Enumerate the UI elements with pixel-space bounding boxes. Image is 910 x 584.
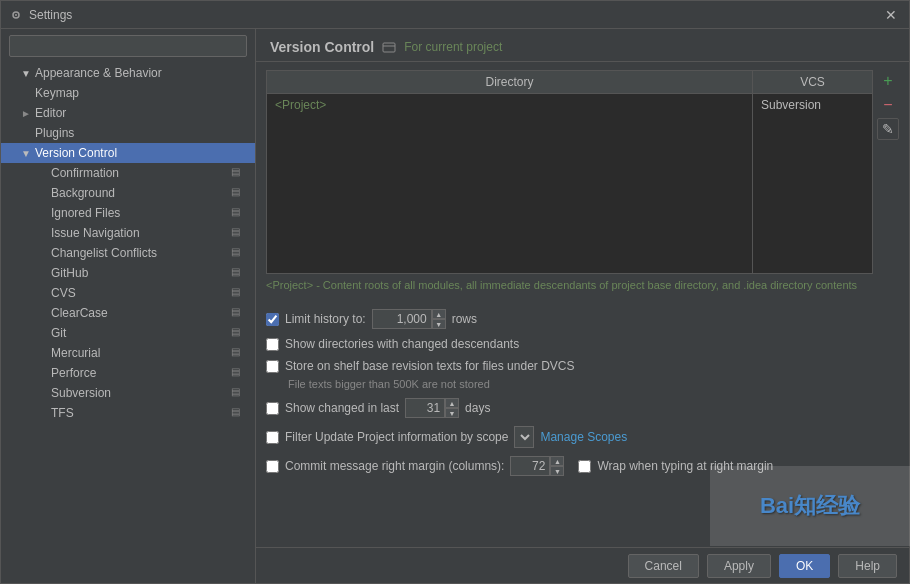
directory-cell: <Project>	[267, 94, 753, 274]
help-button[interactable]: Help	[838, 554, 897, 578]
svg-rect-2	[383, 43, 395, 52]
vcs-cell: Subversion	[753, 94, 873, 274]
svg-point-1	[15, 14, 17, 16]
arrow-icon	[37, 308, 49, 319]
apply-button[interactable]: Apply	[707, 554, 771, 578]
settings-section: Limit history to: ▲ ▼ rows	[256, 301, 909, 484]
vcs-description: <Project> - Content roots of all modules…	[266, 278, 899, 293]
show-changed-checkbox[interactable]	[266, 402, 279, 415]
arrow-icon: ►	[21, 108, 33, 119]
project-icon	[382, 40, 396, 54]
spinner-up-3[interactable]: ▲	[550, 456, 564, 466]
main-panel: Version Control For current project Dire…	[256, 29, 909, 583]
spinner-buttons-3: ▲ ▼	[550, 456, 564, 476]
sidebar-item-perforce[interactable]: Perforce ▤	[1, 363, 255, 383]
store-shelf-label: Store on shelf base revision texts for f…	[285, 359, 574, 373]
panel-header: Version Control For current project	[256, 29, 909, 62]
commit-margin-input-group: ▲ ▼	[510, 456, 564, 476]
filter-update-label: Filter Update Project information by sco…	[285, 430, 508, 444]
main-content: ▼ Appearance & Behavior Keymap ► Editor …	[1, 29, 909, 583]
show-directories-row: Show directories with changed descendant…	[266, 333, 899, 355]
arrow-icon: ▼	[21, 148, 33, 159]
sidebar-item-subversion[interactable]: Subversion ▤	[1, 383, 255, 403]
sidebar-item-appearance[interactable]: ▼ Appearance & Behavior	[1, 63, 255, 83]
footer: Cancel Apply OK Help	[256, 547, 909, 583]
page-icon: ▤	[231, 286, 245, 300]
arrow-icon	[37, 328, 49, 339]
panel-title: Version Control	[270, 39, 374, 55]
manage-scopes-link[interactable]: Manage Scopes	[540, 430, 627, 444]
sidebar-item-keymap[interactable]: Keymap	[1, 83, 255, 103]
arrow-icon	[37, 388, 49, 399]
page-icon: ▤	[231, 406, 245, 420]
titlebar: Settings ✕	[1, 1, 909, 29]
page-icon: ▤	[231, 206, 245, 220]
arrow-icon	[37, 208, 49, 219]
panel-body: Directory VCS <Project> Subversion	[256, 62, 909, 547]
arrow-icon	[21, 88, 33, 99]
sidebar-item-ignored-files[interactable]: Ignored Files ▤	[1, 203, 255, 223]
page-icon: ▤	[231, 226, 245, 240]
arrow-icon	[37, 288, 49, 299]
limit-history-input[interactable]	[372, 309, 432, 329]
settings-icon	[9, 8, 23, 22]
sidebar: ▼ Appearance & Behavior Keymap ► Editor …	[1, 29, 256, 583]
table-row[interactable]: <Project> Subversion	[267, 94, 873, 274]
store-shelf-checkbox[interactable]	[266, 360, 279, 373]
spinner-up[interactable]: ▲	[432, 309, 446, 319]
wrap-checkbox[interactable]	[578, 460, 591, 473]
settings-window: Settings ✕ ▼ Appearance & Behavior Keyma…	[0, 0, 910, 584]
arrow-icon	[37, 408, 49, 419]
remove-vcs-button[interactable]: −	[877, 94, 899, 116]
store-shelf-row: Store on shelf base revision texts for f…	[266, 355, 899, 377]
show-changed-row: Show changed in last ▲ ▼ days	[266, 394, 899, 422]
arrow-icon: ▼	[21, 68, 33, 79]
spinner-down-3[interactable]: ▼	[550, 466, 564, 476]
page-icon: ▤	[231, 326, 245, 340]
close-button[interactable]: ✕	[881, 7, 901, 23]
filter-update-row: Filter Update Project information by sco…	[266, 422, 899, 452]
sidebar-item-changelist-conflicts[interactable]: Changelist Conflicts ▤	[1, 243, 255, 263]
sidebar-item-mercurial[interactable]: Mercurial ▤	[1, 343, 255, 363]
spinner-down-2[interactable]: ▼	[445, 408, 459, 418]
show-directories-checkbox[interactable]	[266, 338, 279, 351]
sidebar-item-plugins[interactable]: Plugins	[1, 123, 255, 143]
sidebar-item-github[interactable]: GitHub ▤	[1, 263, 255, 283]
spinner-down[interactable]: ▼	[432, 319, 446, 329]
sidebar-item-tfs[interactable]: TFS ▤	[1, 403, 255, 423]
directory-col-header: Directory	[267, 71, 753, 94]
page-icon: ▤	[231, 386, 245, 400]
sidebar-item-cvs[interactable]: CVS ▤	[1, 283, 255, 303]
commit-margin-checkbox[interactable]	[266, 460, 279, 473]
arrow-icon	[21, 128, 33, 139]
edit-vcs-button[interactable]: ✎	[877, 118, 899, 140]
show-directories-label: Show directories with changed descendant…	[285, 337, 519, 351]
limit-history-label-before: Limit history to:	[285, 312, 366, 326]
limit-history-checkbox[interactable]	[266, 313, 279, 326]
spinner-buttons-2: ▲ ▼	[445, 398, 459, 418]
limit-history-row: Limit history to: ▲ ▼ rows	[266, 305, 899, 333]
page-icon: ▤	[231, 186, 245, 200]
ok-button[interactable]: OK	[779, 554, 830, 578]
show-changed-label-before: Show changed in last	[285, 401, 399, 415]
window-title: Settings	[29, 8, 881, 22]
search-input[interactable]	[9, 35, 247, 57]
filter-update-checkbox[interactable]	[266, 431, 279, 444]
show-changed-input[interactable]	[405, 398, 445, 418]
sidebar-item-editor[interactable]: ► Editor	[1, 103, 255, 123]
show-changed-input-group: ▲ ▼	[405, 398, 459, 418]
sidebar-item-clearcase[interactable]: ClearCase ▤	[1, 303, 255, 323]
spinner-up-2[interactable]: ▲	[445, 398, 459, 408]
sidebar-item-background[interactable]: Background ▤	[1, 183, 255, 203]
arrow-icon	[37, 248, 49, 259]
sidebar-item-version-control[interactable]: ▼ Version Control	[1, 143, 255, 163]
commit-margin-input[interactable]	[510, 456, 550, 476]
store-shelf-note: File texts bigger than 500K are not stor…	[288, 377, 899, 394]
sidebar-item-confirmation[interactable]: Confirmation ▤	[1, 163, 255, 183]
cancel-button[interactable]: Cancel	[628, 554, 699, 578]
scope-select[interactable]	[514, 426, 534, 448]
page-icon: ▤	[231, 266, 245, 280]
sidebar-item-issue-navigation[interactable]: Issue Navigation ▤	[1, 223, 255, 243]
sidebar-item-git[interactable]: Git ▤	[1, 323, 255, 343]
add-vcs-button[interactable]: +	[877, 70, 899, 92]
